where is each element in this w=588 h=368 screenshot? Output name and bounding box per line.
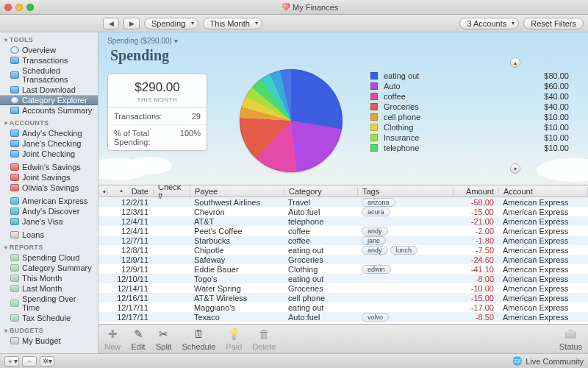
sidebar-item[interactable]: Andy's Discover: [0, 206, 98, 216]
view-dropdown[interactable]: Spending: [144, 18, 198, 29]
table-row[interactable]: 12/3/11ChevronAuto:fuelacura-15.00Americ…: [98, 207, 588, 216]
col-date[interactable]: Date: [108, 187, 154, 196]
legend-row[interactable]: coffee$40.00: [370, 91, 569, 102]
col-tags[interactable]: Tags: [358, 187, 453, 196]
cell-account: American Express: [498, 227, 588, 236]
sidebar-item[interactable]: Loans: [0, 230, 98, 240]
legend-row[interactable]: cell phone$10.00: [370, 112, 569, 122]
table-body[interactable]: 12/2/11Southwest AirlinesTravelarizona-5…: [98, 197, 588, 324]
legend-scroll-up[interactable]: ▴: [510, 57, 520, 68]
sidebar-item[interactable]: Last Download: [0, 85, 98, 95]
tag-chip[interactable]: volvo: [362, 313, 389, 322]
live-community-link[interactable]: 🌐 Live Community: [512, 356, 584, 366]
sidebar-item[interactable]: Jane's Visa: [0, 216, 98, 227]
legend-row[interactable]: Insurance$10.00: [370, 132, 569, 143]
tag-chip[interactable]: edwin: [362, 265, 391, 274]
status-button[interactable]: Status: [559, 328, 582, 351]
sidebar-item[interactable]: Jane's Checking: [0, 138, 98, 149]
sidebar-item-label: Andy's Discover: [22, 207, 80, 216]
sidebar-item[interactable]: Category Summary: [0, 263, 98, 273]
sidebar-item[interactable]: This Month: [0, 273, 98, 283]
sidebar-item[interactable]: Andy's Checking: [0, 128, 98, 138]
cell-payee: Maggiano's: [190, 303, 284, 312]
sidebar-item[interactable]: Joint Savings: [0, 172, 98, 183]
cell-account: American Express: [498, 236, 588, 245]
pie-chart[interactable]: [240, 69, 343, 172]
sidebar-item[interactable]: Category Explorer: [0, 95, 98, 105]
zoom-icon[interactable]: [26, 4, 34, 11]
remove-button[interactable]: －: [22, 356, 37, 367]
edit-button[interactable]: ✎Edit: [131, 328, 146, 351]
tag-chip[interactable]: acura: [362, 208, 390, 216]
reset-filters-button[interactable]: Reset Filters: [523, 18, 584, 29]
tag-chip[interactable]: andy: [362, 227, 388, 236]
legend-scroll-down[interactable]: ▾: [510, 163, 520, 174]
sidebar-item[interactable]: Joint Checking: [0, 149, 98, 159]
legend-row[interactable]: Groceries$40.00: [370, 102, 569, 112]
sidebar-item[interactable]: Tax Schedule: [0, 313, 98, 323]
table-row[interactable]: 12/10/11Togo'seating out-8.00American Ex…: [98, 274, 588, 283]
table-row[interactable]: 12/14/11Water SpringGroceries-10.00Ameri…: [98, 283, 588, 293]
col-payee[interactable]: Payee: [190, 187, 284, 196]
sidebar-item[interactable]: Edwin's Savings: [0, 162, 98, 172]
breadcrumb[interactable]: Spending ($290.00) ▾: [107, 37, 178, 45]
delete-button[interactable]: 🗑Delete: [252, 328, 276, 351]
tag-chip[interactable]: jane: [362, 236, 386, 245]
sidebar-item[interactable]: Last Month: [0, 283, 98, 294]
split-button[interactable]: ✂Split: [156, 328, 171, 351]
period-dropdown[interactable]: This Month: [203, 18, 262, 29]
sidebar-item[interactable]: American Express: [0, 196, 98, 206]
sidebar-group-header[interactable]: TOOLS: [0, 32, 98, 45]
add-button[interactable]: ＋▾: [4, 356, 19, 367]
legend-row[interactable]: eating out$80.00: [370, 71, 569, 81]
col-marker[interactable]: •: [98, 187, 108, 196]
legend-row[interactable]: telephone$10.00: [370, 143, 569, 153]
table-row[interactable]: 12/9/11SafewayGroceries-24.60American Ex…: [98, 255, 588, 264]
minimize-icon[interactable]: [15, 4, 23, 11]
table-row[interactable]: 12/7/11Starbuckscoffeejane-1.80American …: [98, 236, 588, 245]
table-row[interactable]: 12/8/11Chipotleeating outandylunch-7.50A…: [98, 245, 588, 255]
sidebar-item[interactable]: Scheduled Transactions: [0, 66, 98, 85]
col-category[interactable]: Category: [284, 187, 358, 196]
sidebar-item[interactable]: My Budget: [0, 336, 98, 346]
sidebar-item[interactable]: Transactions: [0, 55, 98, 66]
mag-icon: [10, 46, 19, 54]
col-amount[interactable]: Amount: [453, 187, 499, 196]
legend-name: cell phone: [384, 113, 528, 121]
sidebar-item[interactable]: Overview: [0, 45, 98, 55]
sidebar-group-header[interactable]: ACCOUNTS: [0, 116, 98, 128]
legend-row[interactable]: Auto$60.00: [370, 81, 569, 91]
cell-category: Travel: [284, 198, 357, 207]
table-row[interactable]: 12/9/11Eddie BauerClothingedwin-41.10Ame…: [98, 264, 588, 274]
schedule-button[interactable]: 🗓Schedule: [182, 328, 215, 351]
close-icon[interactable]: [4, 4, 12, 11]
rep-icon: [10, 264, 19, 272]
sidebar-group-header[interactable]: REPORTS: [0, 240, 98, 252]
sidebar-item[interactable]: Spending Cloud: [0, 252, 98, 263]
sidebar-item[interactable]: Olivia's Savings: [0, 183, 98, 193]
settings-button[interactable]: ✲▾: [40, 356, 54, 367]
cell-category: Groceries: [284, 255, 357, 264]
sidebar-item[interactable]: Spending Over Time: [0, 294, 98, 313]
cell-account: American Express: [498, 313, 588, 322]
table-row[interactable]: 12/4/11Peet's Coffeecoffeeandy-2.00Ameri…: [98, 226, 588, 236]
report-header: Spending ($290.00) ▾ Spending $290.00 TH…: [98, 32, 588, 185]
table-row[interactable]: 12/16/11AT&T Wirelesscell phone-15.00Ame…: [98, 293, 588, 302]
tag-chip[interactable]: lunch: [390, 246, 418, 255]
nav-back-button[interactable]: ◀: [103, 18, 119, 29]
tag-chip[interactable]: arizona: [362, 198, 395, 207]
sidebar-item[interactable]: Accounts Summary: [0, 105, 98, 116]
tag-chip[interactable]: andy: [362, 246, 388, 255]
table-row[interactable]: 12/17/11Maggiano'seating out-17.00Americ…: [98, 302, 588, 312]
nav-forward-button[interactable]: ▶: [123, 18, 140, 29]
paid-button[interactable]: 💡Paid: [226, 328, 242, 351]
table-row[interactable]: 12/17/11TexacoAuto:fuelvolvo-8.50America…: [98, 312, 588, 322]
accounts-dropdown[interactable]: 3 Accounts: [459, 18, 519, 29]
sidebar-group-header[interactable]: BUDGETS: [0, 323, 98, 336]
col-account[interactable]: Account: [499, 187, 588, 196]
table-row[interactable]: 12/4/11AT&Ttelephone-21.00American Expre…: [98, 216, 588, 226]
new-button[interactable]: ✚New: [104, 328, 121, 351]
legend-row[interactable]: Clothing$10.00: [370, 122, 569, 132]
sidebar-item-label: Joint Checking: [22, 149, 75, 158]
col-check[interactable]: Check #: [154, 185, 190, 200]
